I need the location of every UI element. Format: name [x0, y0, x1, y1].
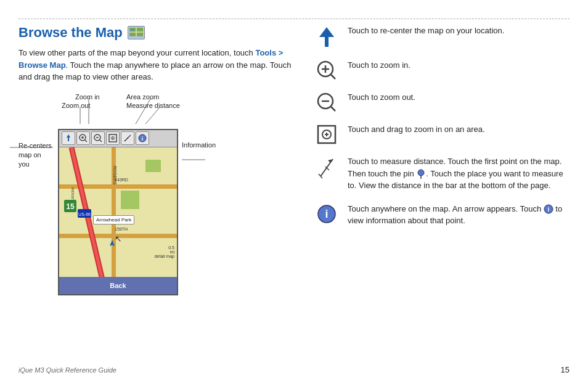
zoom-in-label: Zoom in [75, 93, 100, 101]
zoom-out-icon [317, 93, 337, 112]
intro-text1: To view other parts of the map beyond yo… [18, 48, 255, 57]
footer: iQue M3 Quick Reference Guide 15 [18, 365, 570, 374]
area-zoom-label: Area zoom [126, 93, 159, 101]
zoom-in-icon [317, 60, 337, 80]
map-diagram: Zoom in Zoom out Area zoom Measure dista… [18, 93, 216, 295]
svg-text:ROGERS: ROGERS [113, 166, 117, 185]
svg-text:US-66: US-66 [78, 212, 91, 216]
map-frame: i [58, 129, 178, 295]
svg-marker-9 [67, 134, 70, 138]
svg-text:i: i [325, 208, 328, 220]
instruction-text-measure: Touch to measure distance. Touch the fir… [348, 155, 570, 192]
zoom-out-icon-cell [314, 91, 339, 112]
svg-rect-46 [325, 37, 329, 47]
svg-rect-32 [121, 191, 139, 209]
svg-text:i: i [547, 206, 549, 213]
svg-rect-28 [59, 184, 177, 189]
map-back-button[interactable]: Back [59, 277, 177, 294]
right-panel: Touch to re-center the map on your locat… [314, 25, 570, 352]
map-content: ROGERS 143RD 159TH RIDGEVIEW US-66 15 [59, 147, 177, 277]
svg-line-50 [331, 75, 335, 79]
information-label: Information [178, 129, 216, 149]
svg-line-14 [85, 140, 87, 142]
guide-name: iQue M3 Quick Reference Guide [18, 366, 116, 374]
recenter-icon [317, 26, 337, 48]
page-number: 15 [561, 365, 570, 374]
instruction-row-zoom-out: Touch to zoom out. [314, 91, 570, 112]
svg-point-62 [418, 170, 424, 176]
instruction-text-info: Touch anywhere on the map. An arrow appe… [348, 203, 570, 227]
instruction-row-area-zoom: Touch and drag to zoom in on an area. [314, 123, 570, 144]
instruction-row-info: i Touch anywhere on the map. An arrow ap… [314, 203, 570, 227]
instruction-text-recenter: Touch to re-center the map on your locat… [348, 25, 570, 37]
title-icon [128, 26, 145, 39]
svg-line-8 [145, 107, 160, 124]
zoom-out-label: Zoom out [62, 102, 90, 109]
map-toolbar: i [59, 130, 177, 147]
svg-rect-33 [145, 160, 161, 172]
measure-icon [318, 157, 335, 179]
area-zoom-icon [317, 125, 337, 144]
instruction-row-recenter: Touch to re-center the map on your locat… [314, 25, 570, 48]
info-icon-cell: i [314, 203, 339, 224]
instruction-text-zoom-in: Touch to zoom in. [348, 59, 570, 72]
svg-text:143RD: 143RD [115, 178, 128, 182]
svg-text:15: 15 [66, 202, 75, 211]
instruction-row-zoom-in: Touch to zoom in. [314, 59, 570, 80]
toolbar-recenter[interactable] [62, 131, 75, 145]
page-title: Browse the Map [18, 25, 302, 41]
recenter-icon-cell [314, 25, 339, 48]
instruction-row-measure: Touch to measure distance. Touch the fir… [314, 155, 570, 192]
intro-text: To view other parts of the map beyond yo… [18, 47, 302, 83]
zoom-in-icon-cell [314, 59, 339, 80]
toolbar-area-zoom[interactable] [106, 131, 120, 145]
toolbar-measure[interactable] [121, 131, 134, 145]
map-marker [107, 240, 117, 250]
instruction-text-zoom-out: Touch to zoom out. [348, 91, 570, 104]
toolbar-info[interactable]: i [136, 131, 149, 145]
measure-distance-label: Measure distance [126, 102, 180, 109]
recenters-label: Re-centers map on you [18, 129, 52, 170]
toolbar-zoom-out[interactable] [91, 131, 105, 145]
svg-rect-10 [68, 138, 69, 141]
svg-line-53 [331, 107, 335, 111]
info-line [182, 154, 206, 166]
instruction-text-area-zoom: Touch and drag to zoom in on an area. [348, 123, 570, 136]
svg-text:i: i [142, 136, 144, 142]
info-inline-icon: i [544, 204, 553, 214]
pin-icon [416, 169, 426, 179]
area-zoom-icon-cell [314, 123, 339, 144]
toolbar-zoom-in[interactable] [76, 131, 90, 145]
info-icon: i [317, 204, 337, 224]
map-scale: 0.5midetail map [155, 245, 174, 258]
measure-icon-cell [314, 155, 339, 179]
svg-text:159TH: 159TH [115, 227, 128, 231]
title-text: Browse the Map [18, 25, 123, 41]
svg-marker-42 [110, 240, 115, 246]
map-popup: Arrowhead Park [93, 215, 134, 224]
svg-marker-45 [319, 27, 334, 37]
left-panel: Browse the Map To view other parts of th… [18, 25, 302, 352]
svg-line-17 [100, 140, 102, 142]
